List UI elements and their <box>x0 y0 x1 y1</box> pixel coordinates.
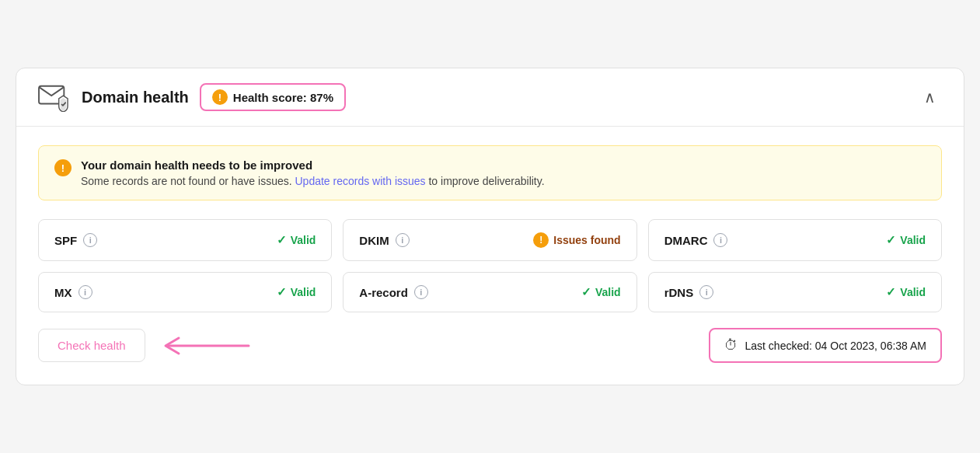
record-left-spf: SPF i <box>54 233 97 247</box>
record-name-dmarc: DMARC <box>664 234 708 247</box>
rdns-status-label: Valid <box>900 286 926 298</box>
record-card-dkim: DKIM i ! Issues found <box>343 219 636 261</box>
spf-status-label: Valid <box>291 234 316 246</box>
record-name-arecord: A-record <box>359 286 408 299</box>
dkim-status: ! Issues found <box>533 232 620 248</box>
record-card-arecord: A-record i ✓ Valid <box>343 272 636 312</box>
alert-warn-icon: ! <box>54 159 71 176</box>
mx-status: ✓ Valid <box>277 285 316 299</box>
alert-content: Your domain health needs to be improved … <box>81 159 545 187</box>
alert-description: Some records are not found or have issue… <box>81 175 545 187</box>
record-name-dkim: DKIM <box>359 234 389 247</box>
record-card-mx: MX i ✓ Valid <box>38 272 332 312</box>
update-records-link[interactable]: Update records with issues <box>295 175 425 187</box>
mx-info-icon[interactable]: i <box>78 285 92 299</box>
dmarc-info-icon[interactable]: i <box>713 233 727 247</box>
arrow-indicator <box>159 332 253 360</box>
record-left-rdns: rDNS i <box>664 285 714 299</box>
record-name-rdns: rDNS <box>664 286 694 299</box>
arecord-info-icon[interactable]: i <box>414 285 428 299</box>
arecord-status: ✓ Valid <box>581 285 621 299</box>
rdns-status: ✓ Valid <box>886 285 926 299</box>
alert-desc-after: to improve deliverability. <box>428 175 544 187</box>
header-left: Domain health ! Health score: 87% <box>38 82 346 112</box>
record-left-dmarc: DMARC i <box>664 233 728 247</box>
alert-desc-before: Some records are not found or have issue… <box>81 175 292 187</box>
rdns-check-icon: ✓ <box>886 285 896 299</box>
record-card-rdns: rDNS i ✓ Valid <box>648 272 942 312</box>
record-card-spf: SPF i ✓ Valid <box>38 219 332 261</box>
check-health-button[interactable]: Check health <box>38 329 145 362</box>
rdns-info-icon[interactable]: i <box>699 285 713 299</box>
dkim-status-label: Issues found <box>553 234 620 246</box>
clock-icon: ⏱ <box>724 337 738 354</box>
mx-check-icon: ✓ <box>277 285 287 299</box>
record-left-mx: MX i <box>54 285 92 299</box>
domain-health-icon <box>38 82 71 112</box>
last-checked-badge: ⏱ Last checked: 04 Oct 2023, 06:38 AM <box>709 328 942 363</box>
record-left-arecord: A-record i <box>359 285 428 299</box>
health-score-warn-icon: ! <box>212 89 228 105</box>
health-score-text: Health score: 87% <box>233 91 333 104</box>
dkim-issue-icon: ! <box>533 232 549 248</box>
dmarc-status-label: Valid <box>900 234 926 246</box>
footer-row: Check health ⏱ Last checked: 04 Oct 2023… <box>38 328 942 363</box>
domain-health-title: Domain health <box>82 89 189 106</box>
last-checked-text: Last checked: 04 Oct 2023, 06:38 AM <box>745 340 926 352</box>
spf-status: ✓ Valid <box>277 233 316 247</box>
collapse-button[interactable]: ∧ <box>918 85 942 110</box>
card-body: ! Your domain health needs to be improve… <box>16 127 964 385</box>
spf-check-icon: ✓ <box>277 233 287 247</box>
dmarc-check-icon: ✓ <box>886 233 896 247</box>
mx-status-label: Valid <box>291 286 316 298</box>
dkim-info-icon[interactable]: i <box>396 233 410 247</box>
spf-info-icon[interactable]: i <box>83 233 97 247</box>
health-score-badge: ! Health score: 87% <box>200 83 346 111</box>
arecord-status-label: Valid <box>595 286 621 298</box>
arecord-check-icon: ✓ <box>581 285 591 299</box>
record-name-mx: MX <box>54 286 72 299</box>
domain-health-card: Domain health ! Health score: 87% ∧ ! Yo… <box>16 68 964 385</box>
record-name-spf: SPF <box>54 234 77 247</box>
alert-title: Your domain health needs to be improved <box>81 159 545 172</box>
records-grid: SPF i ✓ Valid DKIM i ! Issues found <box>38 219 942 312</box>
card-header: Domain health ! Health score: 87% ∧ <box>16 68 964 127</box>
footer-left: Check health <box>38 329 253 362</box>
alert-banner: ! Your domain health needs to be improve… <box>38 145 942 200</box>
dmarc-status: ✓ Valid <box>886 233 926 247</box>
record-card-dmarc: DMARC i ✓ Valid <box>648 219 942 261</box>
record-left-dkim: DKIM i <box>359 233 409 247</box>
